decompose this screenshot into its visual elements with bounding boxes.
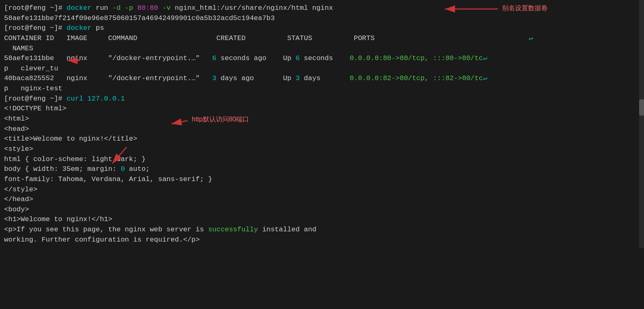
head-tag: <head> <box>4 124 640 134</box>
style-close: </style> <box>4 185 640 195</box>
html-tag: <html> <box>4 114 640 124</box>
p-tag-cont: working. Further configuration is requir… <box>4 235 640 245</box>
scrollbar-thumb[interactable] <box>639 99 644 116</box>
p-tag: <p>If you see this page, the nginx web s… <box>4 225 640 235</box>
h1-tag: <h1>Welcome to nginx!</h1> <box>4 215 640 225</box>
style-open: <style> <box>4 144 640 154</box>
title-tag: <title>Welcome to nginx!</title> <box>4 134 640 144</box>
annotation-alias-volume: 别名设置数据卷 <box>502 3 548 13</box>
table-header-1: CONTAINER ID IMAGE COMMAND CREATED STATU… <box>4 34 640 44</box>
cmd-docker-ps: [root@feng ~]# docker ps <box>4 23 640 34</box>
head-close: </head> <box>4 195 640 205</box>
annotation-http-port: http默认访问80端口 <box>192 114 249 124</box>
css-body-1: body { width: 35em; margin: 0 auto; <box>4 164 640 175</box>
container-row-2: 40baca825552 nginx "/docker-entrypoint.…… <box>4 74 640 84</box>
cmd-curl: [root@feng ~]# curl 127.0.0.1 <box>4 94 640 104</box>
container-row-2-names: p nginx-test <box>4 84 640 94</box>
css-body-2: font-family: Tahoma, Verdana, Arial, san… <box>4 175 640 185</box>
container-id-output: 58aefe131bbe7f214f09e96e875060157a469424… <box>4 13 640 24</box>
body-tag: <body> <box>4 205 640 215</box>
prompt1: [root@feng ~] <box>4 4 58 12</box>
css-html: html { color-scheme: light dark; } <box>4 154 640 165</box>
scrollbar[interactable] <box>639 0 644 248</box>
container-row-1: 58aefe131bbe nginx "/docker-entrypoint.…… <box>4 54 640 64</box>
terminal: [root@feng ~]# docker run -d -p 80:80 -v… <box>0 0 644 248</box>
table-header-2: NAMES <box>4 44 640 54</box>
container-row-1-names: p clever_tu <box>4 64 640 74</box>
html-doctype: <!DOCTYPE html> <box>4 104 640 114</box>
